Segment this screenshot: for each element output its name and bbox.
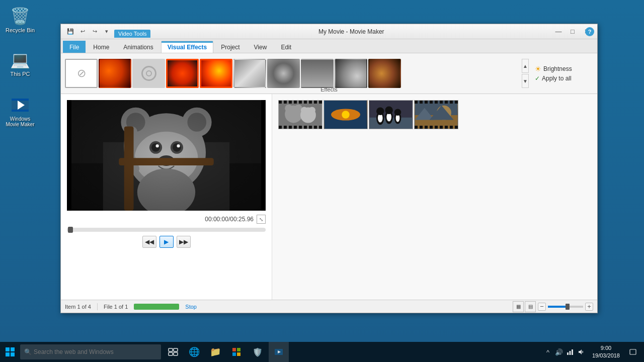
effect-7[interactable] (301, 59, 334, 88)
svg-rect-53 (6, 352, 10, 356)
storyboard-view-icon[interactable]: ▦ (513, 301, 524, 312)
svg-rect-57 (169, 352, 173, 355)
item-info: Item 1 of 4 (65, 304, 91, 310)
movie-maker-icon (10, 95, 30, 115)
apply-label: Apply to all (542, 75, 572, 82)
titlebar: 💾 ↩ ↪ ▾ Video Tools My Movie - Movie Mak… (61, 24, 597, 39)
tab-active-indicator (162, 41, 213, 43)
storyboard-clip-1[interactable] (278, 100, 323, 129)
notifications-icon[interactable] (626, 342, 640, 362)
storyboard-clip-2[interactable] (324, 100, 368, 129)
playback-progress[interactable] (67, 228, 266, 232)
time-bar: 00:00:00/00:25.96 ⤡ (67, 215, 266, 224)
effects-scroll-down[interactable]: ▼ (522, 74, 529, 88)
desktop-icon-movie-maker[interactable]: WindowsMovie Maker (2, 93, 38, 129)
task-view-button[interactable] (163, 342, 183, 362)
effect-1[interactable] (99, 59, 131, 88)
volume-icon[interactable]: 🔊 (554, 342, 564, 362)
effects-scroll-up[interactable]: ▲ (522, 59, 529, 73)
tab-project[interactable]: Project (214, 41, 246, 53)
desktop: 🗑️ Recycle Bin 💻 This PC WindowsMovie Ma… (0, 0, 644, 362)
effect-4[interactable] (200, 59, 232, 88)
play-button[interactable]: ▶ (159, 236, 174, 248)
zoom-out-button[interactable]: − (538, 303, 546, 311)
prev-frame-button[interactable]: ◀◀ (142, 236, 156, 248)
start-button[interactable] (0, 342, 20, 362)
svg-rect-52 (11, 347, 15, 351)
storyboard-clip-4[interactable] (414, 100, 458, 129)
desktop-icon-recycle-bin[interactable]: 🗑️ Recycle Bin (2, 4, 38, 35)
this-pc-icon: 💻 (10, 50, 30, 70)
qa-more-btn[interactable]: ▾ (101, 26, 112, 37)
tab-home[interactable]: Home (87, 41, 116, 53)
expand-button[interactable]: ⤡ (257, 215, 266, 224)
effect-6[interactable] (267, 59, 300, 88)
task-view-icon (168, 348, 178, 356)
effect-9[interactable] (368, 59, 401, 88)
store-icon (232, 347, 241, 356)
effect-none[interactable]: ⊘ (65, 59, 98, 88)
effect-8[interactable] (335, 59, 367, 88)
svg-rect-62 (237, 352, 240, 356)
movie-maker-label: WindowsMovie Maker (6, 116, 34, 127)
speaker-svg-icon (578, 348, 585, 355)
storyboard-area (272, 94, 597, 300)
time-display: 00:00:00/00:25.96 (205, 216, 254, 223)
tab-edit[interactable]: Edit (274, 41, 298, 53)
qa-undo-btn[interactable]: ↩ (77, 26, 88, 37)
maximize-button[interactable]: □ (566, 27, 579, 37)
search-bar[interactable]: 🔍 (20, 344, 161, 359)
apply-to-all-btn[interactable]: ✓ Apply to all (535, 75, 591, 82)
effects-section-label: Effects (320, 86, 337, 93)
system-tray: ^ 🔊 (543, 342, 586, 362)
tab-animations[interactable]: Animations (117, 41, 159, 53)
qa-save-btn[interactable]: 💾 (65, 26, 76, 37)
taskbar-app-icons: 🌐 📁 🛡️ (163, 342, 289, 362)
svg-rect-59 (232, 348, 236, 351)
edge-button[interactable]: 🌐 (184, 342, 204, 362)
help-button[interactable]: ? (585, 27, 594, 36)
svg-point-27 (285, 105, 292, 112)
svg-rect-2 (12, 99, 29, 101)
next-frame-button[interactable]: ▶▶ (177, 236, 191, 248)
timeline-view-icon[interactable]: ▤ (525, 301, 536, 312)
speaker-icon[interactable] (576, 342, 586, 362)
svg-rect-67 (572, 349, 573, 355)
file-progress-bar (134, 304, 179, 310)
movie-maker-taskbar-icon (274, 347, 283, 356)
ribbon: File Home Animations Visual Effects Proj… (61, 39, 597, 94)
effect-3[interactable] (166, 59, 199, 88)
brightness-control[interactable]: ☀ Brightness (535, 65, 591, 73)
clip2-thumb (324, 101, 367, 129)
movie-maker-taskbar[interactable] (269, 342, 289, 362)
tab-file[interactable]: File (63, 41, 86, 53)
zoom-in-button[interactable]: + (585, 303, 593, 311)
chevron-up-icon[interactable]: ^ (543, 342, 553, 362)
desktop-icon-this-pc[interactable]: 💻 This PC (2, 48, 38, 79)
explorer-button[interactable]: 📁 (205, 342, 225, 362)
effect-5[interactable] (233, 59, 266, 88)
status-divider-1 (97, 303, 98, 310)
minimize-button[interactable]: — (552, 27, 565, 37)
qa-redo-btn[interactable]: ↪ (89, 26, 100, 37)
movie-maker-window: 💾 ↩ ↪ ▾ Video Tools My Movie - Movie Mak… (60, 24, 598, 313)
zoom-slider[interactable] (548, 306, 583, 308)
stop-button[interactable]: Stop (185, 304, 197, 310)
svg-point-45 (394, 109, 401, 116)
svg-rect-65 (567, 352, 569, 355)
video-preview (67, 100, 266, 211)
tab-view[interactable]: View (248, 41, 274, 53)
system-clock[interactable]: 9:00 19/03/2018 (588, 342, 624, 362)
search-input[interactable] (34, 348, 157, 355)
security-button[interactable]: 🛡️ (248, 342, 268, 362)
svg-rect-61 (232, 352, 236, 356)
network-icon[interactable] (565, 342, 575, 362)
clip1-thumb (279, 101, 322, 129)
store-button[interactable] (226, 342, 247, 362)
effect-2[interactable] (132, 59, 165, 88)
svg-point-34 (342, 111, 349, 118)
storyboard-clip-3[interactable] (369, 100, 413, 129)
tab-visual-effects[interactable]: Visual Effects (161, 41, 213, 53)
video-tools-badge: Video Tools (114, 30, 150, 38)
clock-date: 19/03/2018 (592, 352, 620, 359)
